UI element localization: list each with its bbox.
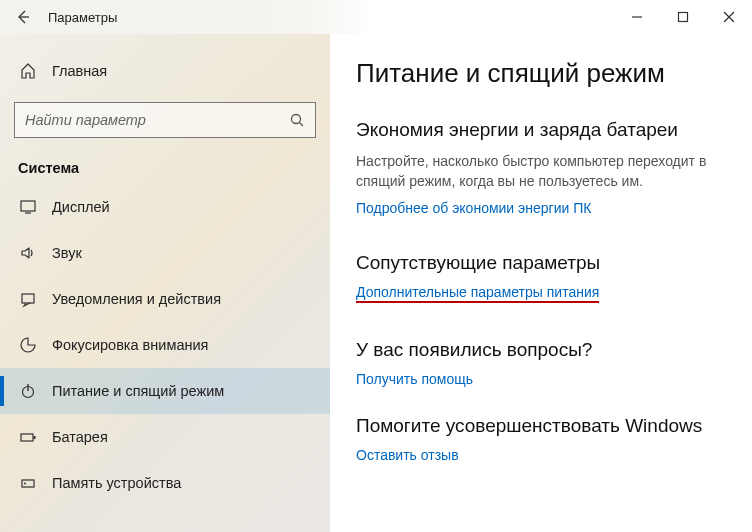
related-link[interactable]: Дополнительные параметры питания (356, 284, 599, 303)
sidebar-home-label: Главная (52, 63, 107, 79)
sound-icon (18, 244, 38, 262)
back-button[interactable] (0, 0, 46, 34)
feedback-link[interactable]: Оставить отзыв (356, 447, 459, 463)
sidebar-item-label: Память устройства (52, 475, 181, 491)
sidebar-item-label: Питание и спящий режим (52, 383, 224, 399)
energy-desc: Настройте, насколько быстро компьютер пе… (356, 151, 732, 192)
sidebar-section-title: Система (0, 138, 330, 184)
power-icon (18, 382, 38, 400)
maximize-button[interactable] (660, 0, 706, 34)
energy-link[interactable]: Подробнее об экономии энергии ПК (356, 200, 591, 216)
close-button[interactable] (706, 0, 752, 34)
sidebar-item-storage[interactable]: Память устройства (0, 460, 330, 506)
sidebar-item-label: Дисплей (52, 199, 110, 215)
page-heading: Питание и спящий режим (356, 58, 732, 89)
svg-rect-13 (22, 480, 34, 487)
search-box[interactable] (14, 102, 316, 138)
sidebar-item-display[interactable]: Дисплей (0, 184, 330, 230)
feedback-title: Помогите усовершенствовать Windows (356, 415, 732, 437)
sidebar-home[interactable]: Главная (0, 50, 330, 92)
minimize-button[interactable] (614, 0, 660, 34)
svg-rect-6 (21, 201, 35, 211)
svg-rect-11 (21, 434, 33, 441)
home-icon (18, 62, 38, 80)
battery-icon (18, 428, 38, 446)
search-input[interactable] (25, 112, 289, 128)
sidebar-item-notifications[interactable]: Уведомления и действия (0, 276, 330, 322)
svg-line-5 (300, 123, 304, 127)
energy-title: Экономия энергии и заряда батареи (356, 119, 732, 141)
sidebar-item-label: Звук (52, 245, 82, 261)
sidebar-item-focus[interactable]: Фокусировка внимания (0, 322, 330, 368)
svg-rect-8 (22, 294, 34, 303)
svg-point-14 (24, 483, 26, 485)
svg-rect-12 (34, 436, 36, 439)
display-icon (18, 198, 38, 216)
related-title: Сопутствующие параметры (356, 252, 732, 274)
main-content: Питание и спящий режим Экономия энергии … (330, 34, 752, 532)
search-icon (289, 112, 305, 128)
sidebar-item-battery[interactable]: Батарея (0, 414, 330, 460)
sidebar: Главная Система Дисплей Звук (0, 34, 330, 532)
svg-rect-1 (679, 13, 688, 22)
sidebar-item-power[interactable]: Питание и спящий режим (0, 368, 330, 414)
window-title: Параметры (46, 10, 614, 25)
focus-icon (18, 336, 38, 354)
storage-icon (18, 474, 38, 492)
sidebar-item-label: Батарея (52, 429, 108, 445)
svg-point-4 (292, 115, 301, 124)
help-title: У вас появились вопросы? (356, 339, 732, 361)
sidebar-item-label: Фокусировка внимания (52, 337, 208, 353)
help-link[interactable]: Получить помощь (356, 371, 473, 387)
sidebar-item-label: Уведомления и действия (52, 291, 221, 307)
notifications-icon (18, 290, 38, 308)
sidebar-item-sound[interactable]: Звук (0, 230, 330, 276)
